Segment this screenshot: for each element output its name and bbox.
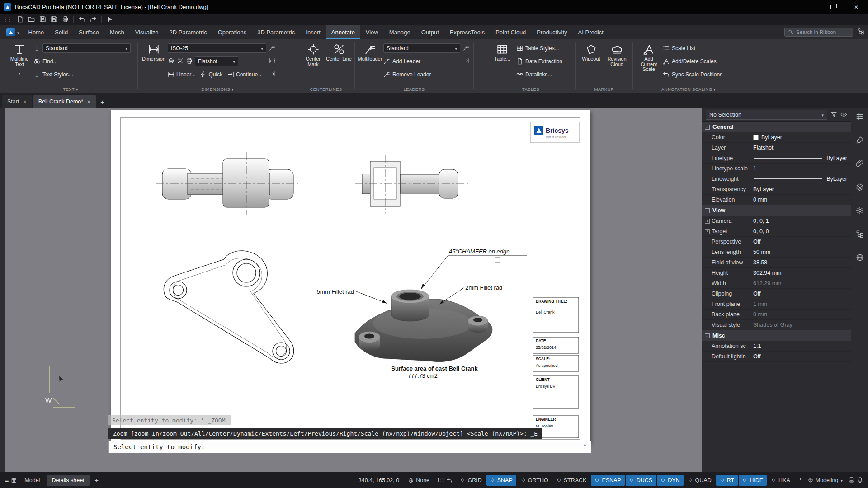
ribbon-tab[interactable]: Surface [73,25,104,39]
ribbon-tab[interactable]: Visualize [130,25,164,39]
status-toggle[interactable]: DUCS [626,475,656,486]
close-tab-icon[interactable] [87,99,90,105]
ribbon-tab[interactable]: Insert [300,25,326,39]
new-file-button[interactable] [15,14,25,24]
property-row[interactable]: Back plane 0 mm [702,310,851,320]
property-row[interactable]: Clipping Off [702,289,851,299]
sync-scale-positions-button[interactable]: Sync Scale Positions [662,69,723,80]
multileader-button[interactable]: Multileader [358,41,382,62]
selection-filter-select[interactable]: No Selection [706,110,827,120]
property-row[interactable]: Linetype ByLayer [702,153,851,164]
property-value[interactable]: 50 mm [753,249,847,255]
quick-dimension-button[interactable]: Quick [200,71,222,78]
ribbon-tab[interactable]: View [360,25,384,39]
ribbon-search[interactable] [784,28,853,37]
search-input[interactable] [796,29,849,35]
datalinks-button[interactable]: Datalinks... [515,69,563,80]
filter-icon[interactable] [830,111,837,118]
expand-icon[interactable] [705,219,710,224]
group-label-dimensions[interactable]: DIMENSIONS [139,87,296,92]
fx-mechanical-icon[interactable] [856,206,864,216]
style-brush-icon[interactable] [856,136,864,146]
continue-dimension-button[interactable]: Continue [227,71,261,78]
ribbon-tab[interactable]: ExpressTools [444,25,490,39]
minimize-button[interactable] [797,0,821,14]
property-value[interactable]: 0, 0, 1 [753,218,847,224]
collapse-icon[interactable] [705,208,710,213]
group-label-annotation-scaling[interactable]: ANNOTATION SCALING [634,87,743,92]
oblique-dimension-icon[interactable] [269,57,276,66]
property-value[interactable]: 0 mm [753,311,847,318]
print-icon[interactable] [848,477,855,483]
open-file-button[interactable] [26,14,36,24]
status-menu-icon[interactable] [5,476,9,484]
status-toggle[interactable]: GRID [457,475,485,486]
property-value[interactable]: 0, 0, 0 [753,228,847,235]
status-toggle[interactable]: DYN [657,475,683,486]
property-row[interactable]: Height 302.94 mm [702,268,851,278]
property-value[interactable]: Shades of Gray [753,322,847,328]
property-value[interactable]: Flatshot [753,145,847,151]
properties-panel-icon[interactable] [856,113,864,122]
render-tool-icon[interactable] [177,57,184,66]
command-input[interactable]: Select entity to modify: [108,441,591,453]
status-toggle[interactable]: ESNAP [591,475,624,486]
dimension-button[interactable]: Dimension [141,41,167,62]
add-leader-button[interactable]: Add Leader [382,56,461,67]
close-tab-icon[interactable] [23,99,26,105]
layers-icon[interactable] [856,183,864,193]
sphere-tool-icon[interactable] [168,57,175,66]
property-row[interactable]: Target 0, 0, 0 [702,226,851,237]
close-button[interactable] [844,0,868,14]
expand-icon[interactable] [705,229,710,234]
status-toggle[interactable]: SNAP [486,475,516,486]
tab-model[interactable]: Model [19,475,45,486]
property-row[interactable]: Elevation 0 mm [702,195,851,205]
property-row[interactable]: Lineweight ByLayer [702,174,851,184]
group-label-markup[interactable]: MARKUP [576,87,632,92]
add-current-scale-button[interactable]: Add Current Scale [636,41,662,72]
group-label-tables[interactable]: TABLES [487,87,574,92]
application-menu-button[interactable] [3,25,23,39]
property-row[interactable]: Default lightin Off [702,352,851,362]
property-row[interactable]: Field of view 38.58 [702,258,851,268]
property-value[interactable]: Off [753,353,847,360]
wipeout-button[interactable]: Wipeout [578,41,604,62]
plot-tool-icon[interactable] [186,57,193,66]
notifications-bell-icon[interactable] [857,477,863,483]
structure-tree-icon[interactable] [856,230,864,240]
text-styles-button[interactable]: Text Styles... [33,69,132,80]
undo-button[interactable] [77,14,87,24]
property-row[interactable]: Visual style Shades of Gray [702,320,851,330]
collapse-icon[interactable] [705,125,710,130]
leader-collect-icon[interactable] [463,44,470,53]
flag-icon[interactable] [796,477,802,483]
property-row[interactable]: Annotation sc 1:1 [702,341,851,352]
ribbon-tab[interactable]: Mesh [104,25,130,39]
visibility-eye-icon[interactable] [840,111,847,118]
property-value[interactable]: 1 [753,165,847,172]
save-button[interactable] [38,14,47,24]
plot-button[interactable] [60,14,70,24]
selection-grip[interactable] [495,258,500,263]
property-row[interactable]: Linetype scale 1 [702,164,851,174]
property-row[interactable]: Layer Flatshot [702,143,851,153]
remove-leader-button[interactable]: Remove Leader [382,69,461,80]
status-toggle[interactable]: RT [716,475,738,486]
property-value[interactable]: ByLayer [826,176,847,182]
data-extraction-button[interactable]: Data Extraction [515,56,563,67]
tab-details-sheet[interactable]: Details sheet [47,475,89,486]
multileader-style-select[interactable]: Standard [383,43,460,53]
flatshot-select[interactable]: Flatshot [195,56,238,66]
restore-button[interactable] [821,0,844,14]
property-value[interactable]: 302.94 mm [753,270,847,276]
ribbon-tab[interactable]: 2D Parametric [164,25,212,39]
ribbon-options-icon[interactable] [858,28,864,37]
table-button[interactable]: Table... [489,41,515,62]
ribbon-tab[interactable]: AI Predict [573,25,609,39]
status-toggle[interactable]: QUAD [684,475,715,486]
group-label-leaders[interactable]: LEADERS [356,87,472,92]
tab-bell-crank-demo[interactable]: Bell Crank Demo* [33,95,96,108]
section-view[interactable]: View [702,205,851,216]
annotation-scale-workspace[interactable]: None [406,477,432,483]
